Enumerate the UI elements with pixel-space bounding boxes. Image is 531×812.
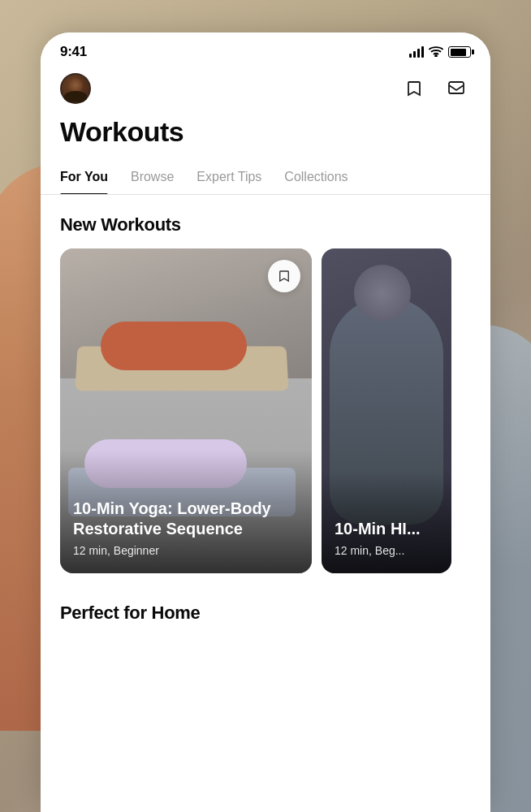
tabs-container: For You Browse Expert Tips Collections xyxy=(41,160,490,195)
signal-bar-1 xyxy=(409,54,412,58)
signal-bar-4 xyxy=(421,46,424,58)
hiit-head xyxy=(354,265,411,322)
new-workouts-title: New Workouts xyxy=(41,214,490,235)
avatar[interactable] xyxy=(60,73,91,104)
yoga-card-title: 10-Min Yoga: Lower-Body Restorative Sequ… xyxy=(73,499,299,539)
hiit-card[interactable]: 10-Min HI... 12 min, Beg... xyxy=(322,248,451,573)
header xyxy=(41,67,490,114)
wifi-icon xyxy=(429,45,443,59)
content-area[interactable]: New Workouts xyxy=(41,195,490,812)
status-time: 9:41 xyxy=(60,44,87,60)
yoga-card-overlay: 10-Min Yoga: Lower-Body Restorative Sequ… xyxy=(60,450,312,573)
header-actions xyxy=(399,74,471,103)
tab-expert-tips[interactable]: Expert Tips xyxy=(196,160,261,194)
battery-icon xyxy=(448,46,471,58)
yoga-body-1 xyxy=(101,322,247,370)
signal-bar-2 xyxy=(413,51,416,58)
yoga-person-1 xyxy=(76,313,287,395)
signal-bars-icon xyxy=(409,46,424,58)
hiit-card-title: 10-Min HI... xyxy=(335,519,438,539)
message-button[interactable] xyxy=(442,74,471,103)
perfect-for-home-title: Perfect for Home xyxy=(41,603,490,624)
workout-cards-scroll[interactable]: 10-Min Yoga: Lower-Body Restorative Sequ… xyxy=(41,248,490,573)
status-bar: 9:41 xyxy=(41,32,490,67)
signal-bar-3 xyxy=(417,49,420,58)
battery-fill xyxy=(451,49,467,56)
bookmark-icon xyxy=(404,79,424,98)
yoga-card-meta: 12 min, Beginner xyxy=(73,544,299,557)
bookmark-button[interactable] xyxy=(399,74,429,103)
svg-point-0 xyxy=(435,55,437,57)
status-icons xyxy=(409,45,471,59)
page-title-section: Workouts xyxy=(41,114,490,160)
svg-rect-1 xyxy=(449,82,464,93)
hiit-card-overlay: 10-Min HI... 12 min, Beg... xyxy=(322,470,451,573)
tab-collections[interactable]: Collections xyxy=(284,160,348,194)
tab-browse[interactable]: Browse xyxy=(131,160,174,194)
perfect-for-home-section: Perfect for Home xyxy=(41,586,490,650)
yoga-card-bookmark-icon xyxy=(277,269,291,283)
hiit-card-meta: 12 min, Beg... xyxy=(335,544,438,557)
phone-card: 9:41 xyxy=(41,32,490,812)
message-icon xyxy=(447,79,466,98)
new-workouts-section: New Workouts xyxy=(41,195,490,586)
avatar-image xyxy=(62,75,89,102)
yoga-card[interactable]: 10-Min Yoga: Lower-Body Restorative Sequ… xyxy=(60,248,312,573)
page-title: Workouts xyxy=(60,117,471,147)
tab-for-you[interactable]: For You xyxy=(60,160,108,194)
